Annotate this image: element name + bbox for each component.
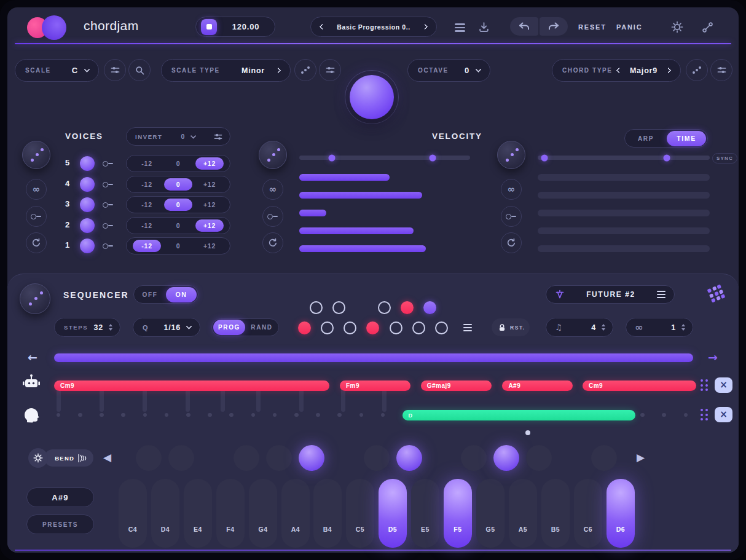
transpose-option[interactable]: 0 [164,178,192,191]
voice-toggle[interactable] [80,177,95,192]
loop-count-value[interactable]: 1 [671,323,676,332]
seq-step-2-6[interactable] [412,321,425,334]
note-step-dot[interactable] [100,413,104,417]
note-step-dot[interactable] [316,413,320,417]
voice-key-icon[interactable] [103,243,114,249]
voices-reset-button[interactable] [26,232,47,253]
note-division-value[interactable]: 4 [591,323,596,332]
note-step-dot[interactable] [337,413,342,417]
scale-chevron-icon[interactable] [84,66,90,73]
scale-type-value[interactable]: Minor [241,66,265,75]
pad-D#4[interactable] [168,445,194,471]
time-reset-button[interactable] [501,232,522,253]
note-step-dot[interactable] [121,413,125,417]
scale-settings-button[interactable] [319,59,341,81]
time-keylock-button[interactable] [501,206,522,227]
time-bar[interactable] [538,192,710,199]
bend-settings-button[interactable] [28,448,48,468]
seq-step-1-1[interactable] [310,301,323,314]
sequencer-randomize-knob[interactable] [20,283,50,314]
key-C4[interactable]: C4 [119,479,147,548]
pad-A#4[interactable] [299,445,324,471]
chord-type-next-icon[interactable] [666,68,672,74]
save-download-button[interactable] [477,20,490,34]
note-step-dot[interactable] [640,413,645,417]
invert-tune-icon[interactable] [214,133,222,141]
panic-button[interactable]: PANIC [616,23,642,31]
steps-value[interactable]: 32 [93,323,103,332]
voice-key-icon[interactable] [103,160,114,167]
invert-chevron-icon[interactable] [190,133,197,139]
note-step-dot[interactable] [662,413,666,417]
bend-mode-button[interactable]: BEND [44,449,93,467]
note-division-stepper[interactable]: ♫ 4 [546,318,613,337]
seq-scroll-left-icon[interactable]: ← [28,350,37,364]
transpose-option[interactable]: +12 [195,199,224,211]
reset-button[interactable]: RESET [578,23,607,31]
seq-off-option[interactable]: OFF [134,291,166,298]
voices-randomize-knob[interactable] [22,141,50,169]
rand-option[interactable]: RAND [245,324,278,331]
key-B5[interactable]: B5 [541,479,570,548]
pad-C#4[interactable] [136,445,162,471]
note-step-dot[interactable] [78,413,82,417]
steps-updown-icon[interactable] [109,324,112,331]
key-F4[interactable]: F4 [216,479,245,548]
seq-on-option[interactable]: ON [166,287,197,302]
seq-step-1-2[interactable] [332,301,345,314]
keyboard-scroll-right-icon[interactable]: ▶ [637,451,645,463]
voice-key-icon[interactable] [103,181,114,187]
time-bar[interactable] [538,245,710,252]
preset-name[interactable]: Basic Progression 0.. [324,23,423,31]
velocity-latch-button[interactable]: ∞ [262,179,283,200]
bpm-value[interactable]: 120.00 [217,22,275,31]
key-F5[interactable]: F5 [444,479,472,548]
chord-block[interactable]: Fm9 [340,381,410,391]
velocity-bar[interactable] [299,227,414,234]
chord-block[interactable]: Cm9 [54,381,329,391]
voice-transpose-selector[interactable]: -120+12 [126,217,230,234]
note-step-dot[interactable] [186,413,190,417]
key-C5[interactable]: C5 [346,479,374,548]
key-A5[interactable]: A5 [509,479,537,548]
velocity-reset-button[interactable] [262,232,283,253]
voice-toggle[interactable] [80,197,95,212]
quantize-selector[interactable]: Q 1/16 [133,318,200,337]
chord-type-prev-icon[interactable] [616,68,622,74]
head-icon[interactable] [23,406,39,423]
transpose-option[interactable]: +12 [195,157,224,170]
transpose-option[interactable]: -12 [133,219,161,232]
key-G5[interactable]: G5 [476,479,505,548]
seq-step-2-7[interactable] [435,321,448,334]
preset-next-icon[interactable] [422,24,428,30]
time-latch-button[interactable]: ∞ [501,179,522,200]
keyboard-scroll-left-icon[interactable]: ◀ [103,451,111,463]
key-D6[interactable]: D6 [607,479,635,548]
chord-type-value[interactable]: Major9 [630,66,658,75]
key-D4[interactable]: D4 [151,479,179,548]
robot-icon[interactable] [22,374,41,391]
velocity-keylock-button[interactable] [262,206,283,227]
time-range-slider[interactable] [538,156,710,160]
voice-toggle[interactable] [80,239,95,253]
chord-block[interactable]: A#9 [502,381,573,391]
seq-step-1-5[interactable] [401,301,414,314]
loop-count-stepper[interactable]: ∞ 1 [626,318,693,337]
page-indicator-dot[interactable] [525,430,530,435]
scale-random-button[interactable] [294,59,316,81]
velocity-bar[interactable] [299,192,422,199]
undo-button[interactable] [510,17,538,36]
pad-F#4[interactable] [234,445,259,471]
pad-A#5[interactable] [526,445,552,471]
pad-G#5[interactable] [493,445,519,471]
stop-button[interactable] [201,19,217,35]
seq-step-1-4[interactable] [378,301,391,314]
velocity-range-thumb[interactable] [429,154,436,161]
pad-G#4[interactable] [266,445,292,471]
voice-key-icon[interactable] [103,202,114,208]
transpose-option[interactable]: 0 [164,199,192,211]
invert-value[interactable]: 0 [181,133,186,140]
invert-control[interactable]: INVERT 0 [126,127,230,146]
pad-C#5[interactable] [364,445,390,471]
main-knob-cap[interactable] [350,75,394,119]
